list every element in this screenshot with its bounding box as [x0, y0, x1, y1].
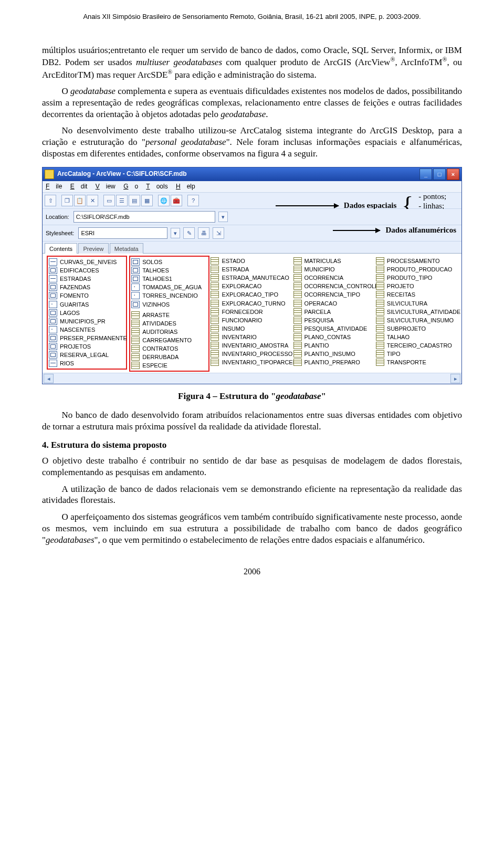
table-item[interactable]: PROCESSAMENTO: [376, 257, 458, 265]
table-item[interactable]: OPERACAO: [293, 299, 376, 308]
table-item[interactable]: EXPLORACAO_TIPO: [211, 290, 293, 299]
table-item[interactable]: ESTRADA_MANUTECAO: [211, 274, 293, 282]
table-item[interactable]: OCORRENCIA: [293, 274, 376, 282]
table-item[interactable]: TRANSPORTE: [376, 358, 458, 366]
menu-tools[interactable]: Tools: [146, 183, 167, 190]
toolbar: ⇧ ❐ 📋 ✕ ▭ ☰ ▤ ▦ 🌐 🧰 ? Dados espaciais {: [43, 193, 461, 209]
stylesheet-export-icon[interactable]: ⇲: [213, 227, 224, 239]
scroll-left-icon[interactable]: ◂: [44, 374, 54, 383]
table-item[interactable]: INVENTARIO_PROCESSO: [211, 350, 293, 358]
table-item[interactable]: INSUMO: [211, 324, 293, 333]
feature-class[interactable]: LAGOS: [49, 309, 125, 317]
feature-class[interactable]: FOMENTO: [49, 291, 125, 300]
table-item[interactable]: ESTRADA: [211, 265, 293, 274]
minimize-button[interactable]: _: [419, 169, 432, 180]
table-item[interactable]: PESQUISA_ATIVIDADE: [293, 324, 376, 333]
tab-metadata[interactable]: Metadata: [110, 243, 143, 254]
paste-icon[interactable]: 📋: [74, 195, 86, 206]
details-icon[interactable]: ▤: [129, 195, 140, 206]
stylesheet-print-icon[interactable]: 🖶: [198, 227, 209, 239]
table-item[interactable]: SILVICULTURA: [376, 299, 458, 308]
feature-class[interactable]: TORRES_INCENDIO: [131, 291, 207, 300]
table-item[interactable]: OCORRENCIA_CONTROLE: [293, 282, 376, 290]
table-item[interactable]: ATIVIDADES: [131, 319, 207, 328]
feature-class[interactable]: PRESER_PERMANENTE: [49, 334, 125, 342]
table-item[interactable]: ESTADO: [211, 257, 293, 265]
table-item[interactable]: PRODUTO_TIPO: [376, 274, 458, 282]
table-item[interactable]: SILVICULTURA_INSUMO: [376, 316, 458, 324]
large-icons-icon[interactable]: ▭: [103, 195, 115, 206]
table-item[interactable]: ARRASTE: [131, 311, 207, 319]
table-item[interactable]: RECEITAS: [376, 290, 458, 299]
tab-preview[interactable]: Preview: [78, 243, 108, 254]
table-item[interactable]: PESQUISA: [293, 316, 376, 324]
stylesheet-dropdown-icon[interactable]: ▾: [171, 228, 180, 238]
table-item[interactable]: INVENTARIO_AMOSTRA: [211, 341, 293, 350]
feature-class[interactable]: RIOS: [49, 359, 125, 367]
table-item[interactable]: FORNECEDOR: [211, 308, 293, 316]
table-item[interactable]: DERRUBADA: [131, 353, 207, 361]
table-item[interactable]: INVENTARIO_TIPOPARCELA: [211, 358, 293, 366]
location-input[interactable]: [74, 211, 215, 223]
toolbox-icon[interactable]: 🧰: [171, 195, 182, 206]
table-item[interactable]: OCORRENCIA_TIPO: [293, 290, 376, 299]
table-item[interactable]: SUBPROJETO: [376, 324, 458, 333]
tab-contents[interactable]: Contents: [45, 243, 77, 254]
table-item[interactable]: INVENTARIO: [211, 333, 293, 341]
feature-class[interactable]: PROJETOS: [49, 342, 125, 351]
close-button[interactable]: ×: [447, 169, 459, 180]
feature-class[interactable]: MUNICIPIOS_PR: [49, 317, 125, 325]
delete-icon[interactable]: ✕: [87, 195, 98, 206]
thumbnails-icon[interactable]: ▦: [141, 195, 153, 206]
table-item[interactable]: PARCELA: [293, 308, 376, 316]
feature-class[interactable]: CURVAS_DE_NIVEIS: [49, 258, 125, 266]
table-item[interactable]: TIPO: [376, 350, 458, 358]
launch-arcmap-icon[interactable]: 🌐: [158, 195, 170, 206]
list-icon[interactable]: ☰: [116, 195, 128, 206]
maximize-button[interactable]: □: [433, 169, 446, 180]
feature-class[interactable]: GUARITAS: [49, 300, 125, 309]
feature-class[interactable]: NASCENTES: [49, 325, 125, 334]
feature-class[interactable]: TALHOES: [131, 266, 207, 275]
stylesheet-input[interactable]: [78, 227, 167, 239]
stylesheet-edit-icon[interactable]: ✎: [183, 227, 195, 239]
help-icon[interactable]: ?: [187, 195, 199, 206]
feature-class[interactable]: FAZENDAS: [49, 283, 125, 291]
table-item[interactable]: FUNCIONARIO: [211, 316, 293, 324]
table-item[interactable]: CARREGAMENTO: [131, 336, 207, 344]
up-folder-icon[interactable]: ⇧: [45, 195, 56, 206]
feature-class[interactable]: EDIFICACOES: [49, 266, 125, 275]
table-item[interactable]: TERCEIRO_CADASTRO: [376, 341, 458, 350]
feature-class[interactable]: RESERVA_LEGAL: [49, 351, 125, 359]
feature-class[interactable]: TOMADAS_DE_AGUA: [131, 283, 207, 291]
window-titlebar[interactable]: ArcCatalog - ArcView - C:\SIFLOR\SCF.mdb…: [43, 167, 461, 181]
feature-class[interactable]: ESTRADAS: [49, 275, 125, 283]
feature-class[interactable]: VIZINHOS: [131, 300, 207, 309]
feature-class[interactable]: TALHOES1: [131, 275, 207, 283]
table-item[interactable]: PLANTIO_INSUMO: [293, 350, 376, 358]
table-item[interactable]: MATRICULAS: [293, 257, 376, 265]
menu-view[interactable]: View: [96, 183, 116, 190]
menu-edit[interactable]: Edit: [70, 183, 88, 190]
table-item[interactable]: PLANTIO: [293, 341, 376, 350]
table-item[interactable]: EXPLORACAO_TURNO: [211, 299, 293, 308]
location-dropdown-icon[interactable]: ▾: [218, 212, 228, 222]
table-item[interactable]: AUDITORIAS: [131, 328, 207, 336]
copy-icon[interactable]: ❐: [61, 195, 73, 206]
menu-go[interactable]: Go: [123, 183, 138, 190]
table-item[interactable]: EXPLORACAO: [211, 282, 293, 290]
table-item[interactable]: PLANO_CONTAS: [293, 333, 376, 341]
table-item[interactable]: MUNICIPIO: [293, 265, 376, 274]
table-item[interactable]: SILVICULTURA_ATIVIDADE: [376, 308, 458, 316]
table-item[interactable]: PROJETO: [376, 282, 458, 290]
horizontal-scrollbar[interactable]: ◂ ▸: [43, 373, 461, 384]
table-item[interactable]: TALHAO: [376, 333, 458, 341]
feature-class[interactable]: SOLOS: [131, 258, 207, 266]
menu-help[interactable]: Help: [176, 183, 195, 190]
table-item[interactable]: ESPECIE: [131, 361, 207, 370]
table-item[interactable]: PLANTIO_PREPARO: [293, 358, 376, 366]
table-item[interactable]: CONTRATOS: [131, 344, 207, 353]
scroll-right-icon[interactable]: ▸: [450, 374, 460, 383]
menu-file[interactable]: FFileile: [46, 183, 62, 190]
table-item[interactable]: PRODUTO_PRODUCAO: [376, 265, 458, 274]
